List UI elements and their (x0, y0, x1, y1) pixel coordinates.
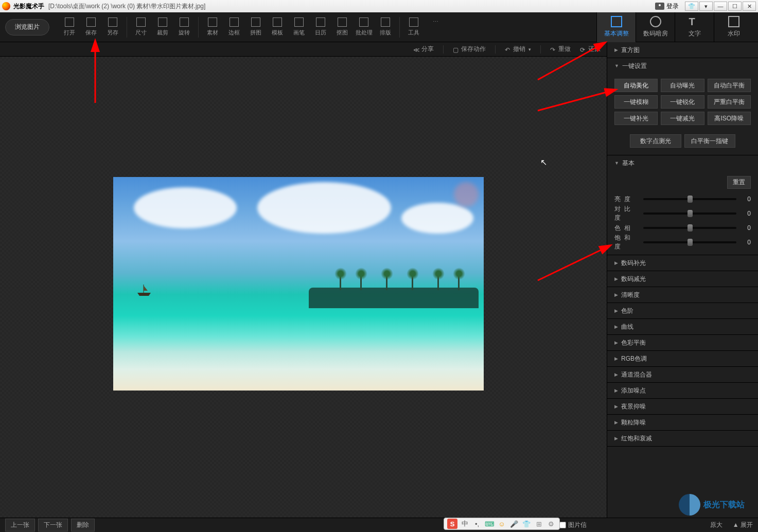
tool-collage[interactable]: 拼图 (245, 17, 267, 37)
section-grain-denoise[interactable]: ▶颗粒降噪 (607, 415, 758, 430)
image-canvas[interactable] (113, 177, 484, 391)
next-image-button[interactable]: 下一张 (38, 519, 68, 531)
section-color-balance[interactable]: ▶色彩平衡 (607, 335, 758, 350)
actionbar: ≪分享 ▢保存动作 ↶撤销▾ ↷重做 ⟳还原 (0, 42, 607, 57)
restore-button[interactable]: ⟳还原 (580, 45, 601, 54)
expand-button[interactable]: ▲ 展开 (733, 521, 753, 529)
tool-crop[interactable]: 裁剪 (152, 17, 173, 37)
login-button[interactable]: 登录 (655, 2, 679, 11)
tool-batch[interactable]: 批处理 (353, 17, 375, 37)
section-night-denoise[interactable]: ▶夜景抑噪 (607, 399, 758, 414)
tool-material[interactable]: 素材 (202, 17, 223, 37)
original-size-button[interactable]: 原大 (710, 521, 722, 529)
ime-skin[interactable]: 👕 (521, 519, 532, 529)
tab-label: 数码暗房 (643, 29, 668, 38)
btn-reduce-light[interactable]: 一键减光 (661, 112, 704, 125)
section-basic[interactable]: ▼基本 (607, 155, 758, 171)
ime-toolbar[interactable]: S 中 •, ⌨ ☺ 🎤 👕 ⊞ ⚙ (444, 518, 560, 530)
tool-saveas[interactable]: 另存 (102, 17, 124, 37)
slider-saturation[interactable]: 饱 和 度 0 (614, 235, 751, 250)
section-fill-light[interactable]: ▶数码补光 (607, 255, 758, 271)
side-panel: ▶直方图 ▼一键设置 自动美化 自动曝光 自动白平衡 一键模糊 一键锐化 严重白… (607, 42, 758, 518)
section-channel-mixer[interactable]: ▶通道混合器 (607, 367, 758, 382)
delete-button[interactable]: 删除 (71, 519, 95, 531)
tool-calendar[interactable]: 日历 (310, 17, 331, 37)
ime-lang[interactable]: 中 (460, 519, 470, 529)
btn-auto-beautify[interactable]: 自动美化 (614, 79, 658, 92)
separator (127, 17, 127, 38)
prev-image-button[interactable]: 上一张 (5, 519, 35, 531)
tool-size[interactable]: 尺寸 (130, 17, 152, 37)
tool-rotate[interactable]: 旋转 (173, 17, 195, 37)
maximize-button[interactable]: ☐ (728, 2, 742, 11)
tool-layout[interactable]: 排版 (375, 17, 396, 37)
sogou-icon[interactable]: S (447, 519, 457, 529)
close-button[interactable]: ✕ (743, 2, 756, 11)
btn-auto-wb[interactable]: 自动白平衡 (708, 79, 751, 92)
section-red-sat[interactable]: ▶红饱和衰减 (607, 431, 758, 446)
section-rgb-tone[interactable]: ▶RGB色调 (607, 351, 758, 366)
tab-darkroom[interactable]: 数码暗房 (636, 12, 675, 42)
btn-strict-wb[interactable]: 严重白平衡 (708, 95, 751, 109)
tab-watermark[interactable]: 水印 (714, 12, 753, 42)
site-watermark: 极光下载站 (679, 492, 751, 518)
minimize-button[interactable]: — (714, 2, 727, 11)
reset-button[interactable]: 重置 (727, 176, 751, 189)
canvas-area[interactable] (0, 57, 607, 518)
app-title: 光影魔术手 (13, 2, 44, 11)
watermark-blur (454, 182, 479, 207)
share-icon: ≪ (413, 46, 419, 52)
ime-tools[interactable]: ⊞ (534, 519, 544, 529)
login-label: 登录 (666, 2, 679, 11)
slider-hue[interactable]: 色 相 0 (614, 221, 751, 235)
tool-template[interactable]: 模板 (267, 17, 288, 37)
tool-tools[interactable]: 工具 (403, 17, 425, 37)
btn-spot-meter[interactable]: 数字点测光 (630, 134, 681, 148)
browse-images-button[interactable]: 浏览图片 (5, 19, 49, 36)
ime-keyboard[interactable]: ⌨ (484, 519, 495, 529)
share-button[interactable]: ≪分享 (413, 45, 434, 54)
section-reduce-light[interactable]: ▶数码减光 (607, 271, 758, 287)
ime-punct[interactable]: •, (472, 519, 482, 529)
btn-blur[interactable]: 一键模糊 (614, 95, 658, 109)
btn-fill-light[interactable]: 一键补光 (614, 112, 658, 125)
section-clarity[interactable]: ▶清晰度 (607, 287, 758, 303)
slider-contrast[interactable]: 对 比 度 0 (614, 206, 751, 221)
tool-open[interactable]: 打开 (59, 17, 80, 37)
slider-thumb[interactable] (688, 210, 693, 217)
tool-border[interactable]: 边框 (223, 17, 245, 37)
separator (198, 17, 199, 38)
tab-text[interactable]: T 文字 (675, 12, 714, 42)
undo-button[interactable]: ↶撤销▾ (505, 45, 531, 54)
ime-emoji[interactable]: ☺ (497, 519, 507, 529)
tool-brush[interactable]: 画笔 (288, 17, 310, 37)
section-onekey[interactable]: ▼一键设置 (607, 58, 758, 74)
separator (399, 17, 400, 38)
tool-save[interactable]: 保存 (80, 17, 102, 37)
user-icon (655, 3, 664, 10)
section-curves[interactable]: ▶曲线 (607, 319, 758, 334)
btn-wb-picker[interactable]: 白平衡一指键 (684, 134, 736, 148)
tray-button[interactable]: ▾ (699, 2, 713, 11)
tool-more[interactable]: ⋯ (425, 19, 446, 36)
pin-button[interactable]: 👕 (685, 2, 698, 11)
btn-auto-exposure[interactable]: 自动曝光 (661, 79, 704, 92)
slider-thumb[interactable] (688, 196, 693, 203)
slider-brightness[interactable]: 亮 度 0 (614, 192, 751, 206)
btn-sharpen[interactable]: 一键锐化 (661, 95, 704, 109)
ime-voice[interactable]: 🎤 (509, 519, 519, 529)
ime-settings[interactable]: ⚙ (546, 519, 556, 529)
save-action-button[interactable]: ▢保存动作 (453, 45, 486, 54)
section-add-noise[interactable]: ▶添加噪点 (607, 383, 758, 398)
section-levels[interactable]: ▶色阶 (607, 303, 758, 318)
section-histogram[interactable]: ▶直方图 (607, 42, 758, 58)
info-checkbox[interactable] (559, 522, 566, 528)
slider-thumb[interactable] (688, 224, 693, 232)
redo-button[interactable]: ↷重做 (550, 45, 571, 54)
slider-thumb[interactable] (688, 239, 693, 246)
btn-iso-denoise[interactable]: 高ISO降噪 (708, 112, 751, 125)
tab-basic-adjust[interactable]: 基本调整 (596, 12, 636, 42)
watermark-icon (728, 16, 739, 27)
tool-cutout[interactable]: 抠图 (331, 17, 353, 37)
file-path: [D:\tools\桌面\work (2) \work (0) 素材\带水印图片… (48, 2, 205, 11)
